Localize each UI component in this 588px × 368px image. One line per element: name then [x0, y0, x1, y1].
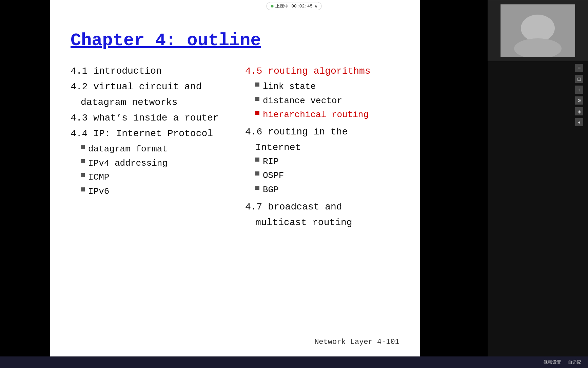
bullet-icon	[255, 97, 259, 101]
bullet-icon	[81, 187, 85, 191]
subitem-label: OSPF	[263, 169, 284, 183]
item-4-5-subitems: link state distance vector hierarchical …	[255, 80, 399, 122]
slide-title: Chapter 4: outline	[71, 31, 399, 51]
subitem-distance-vector: distance vector	[255, 94, 399, 108]
subitem-hierarchical-routing: hierarchical routing	[255, 108, 399, 122]
item-4-6: 4.6 routing in the	[245, 125, 399, 139]
subitem-bgp: BGP	[255, 183, 399, 197]
subitem-ipv6: IPv6	[81, 185, 225, 199]
item-4-6-subitems: RIP OSPF BGP	[255, 155, 399, 197]
item-4-7-line2: multicast routing	[255, 216, 399, 230]
subitem-datagram-format: datagram format	[81, 142, 225, 157]
subitem-label: IPv6	[88, 185, 109, 199]
left-column: 4.1 introduction 4.2 virtual circuit and…	[71, 64, 225, 230]
item-4-4-subitems: datagram format IPv4 addressing ICMP IPv…	[81, 142, 225, 199]
right-column: 4.5 routing algorithms link state distan…	[245, 64, 399, 230]
item-4-2: 4.2 virtual circuit and	[71, 80, 225, 94]
adaptive-button[interactable]: 自适应	[568, 359, 581, 365]
timer-chevron[interactable]: ∧	[315, 3, 317, 9]
bullet-icon	[81, 145, 85, 149]
item-4-1: 4.1 introduction	[71, 64, 225, 78]
video-settings-button[interactable]: 视频设置	[544, 359, 561, 365]
subitem-label: datagram format	[88, 142, 168, 157]
item-4-7: 4.7 broadcast and	[245, 200, 399, 214]
subitem-rip: RIP	[255, 155, 399, 169]
subitem-label: hierarchical routing	[263, 108, 369, 122]
sidebar-icon-2[interactable]: ◻	[575, 75, 583, 83]
subitem-label: BGP	[263, 183, 279, 197]
bottom-toolbar: 视频设置 自适应	[0, 356, 588, 368]
bullet-icon	[255, 111, 259, 115]
bullet-icon	[255, 158, 259, 162]
timer-label: 上课中 00:02:45	[275, 3, 312, 9]
bullet-icon	[255, 82, 259, 87]
subitem-label: link state	[263, 80, 316, 94]
bullet-icon	[255, 186, 259, 190]
sidebar-icon-6[interactable]: ♦	[575, 118, 583, 126]
bullet-icon	[81, 173, 85, 177]
item-4-3: 4.3 what’s inside a router	[71, 111, 225, 125]
webcam-area	[488, 0, 588, 61]
subitem-label: ICMP	[88, 170, 109, 185]
subitem-label: IPv4 addressing	[88, 157, 168, 171]
bullet-icon	[255, 171, 259, 176]
sidebar-icon-3[interactable]: ↕	[575, 86, 583, 94]
svg-rect-1	[521, 15, 555, 42]
subitem-link-state: link state	[255, 80, 399, 94]
sidebar-icons: ≡ ◻ ↕ ⚙ ◈ ♦	[573, 61, 585, 129]
slide-container: Chapter 4: outline 4.1 introduction 4.2 …	[50, 0, 420, 356]
content-area: 4.1 introduction 4.2 virtual circuit and…	[71, 64, 399, 230]
item-4-6-line2: Internet	[255, 141, 399, 155]
item-4-2-line2: datagram networks	[81, 95, 225, 110]
subitem-ipv4: IPv4 addressing	[81, 157, 225, 171]
sidebar-icon-5[interactable]: ◈	[575, 107, 583, 115]
sidebar-icon-1[interactable]: ≡	[575, 64, 583, 72]
subitem-icmp: ICMP	[81, 170, 225, 185]
right-sidebar: ≡ ◻ ↕ ⚙ ◈ ♦	[488, 0, 588, 356]
timer-status-dot	[271, 5, 273, 7]
bullet-icon	[81, 159, 85, 163]
subitem-label: RIP	[263, 155, 279, 169]
subitem-label: distance vector	[263, 94, 342, 108]
webcam-feed	[501, 4, 575, 57]
sidebar-icon-4[interactable]: ⚙	[575, 96, 583, 105]
subitem-ospf: OSPF	[255, 169, 399, 183]
item-4-4: 4.4 IP: Internet Protocol	[71, 127, 225, 141]
item-4-5: 4.5 routing algorithms	[245, 64, 399, 78]
slide-footer: Network Layer 4-101	[314, 338, 399, 346]
timer-badge: 上课中 00:02:45 ∧	[266, 2, 321, 10]
